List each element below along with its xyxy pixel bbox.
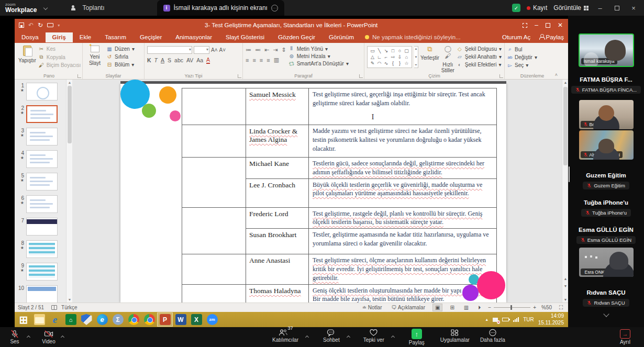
language-indicator[interactable]: Türkçe (61, 305, 77, 310)
store-taskbar-icon[interactable]: ⌂ (63, 312, 79, 327)
font-style-button-abc[interactable]: abc (174, 57, 183, 63)
shape-glyph-8[interactable]: ⌐ (383, 54, 390, 60)
normal-view-button[interactable]: ▣ (432, 304, 442, 311)
chat-chevron-icon[interactable] (347, 335, 350, 339)
participant-video[interactable]: Esra ONKUN ÖZGÜR (579, 248, 634, 277)
align-text-button[interactable]: ⊜Metni Hizala ▾ (288, 53, 349, 59)
screen-share-options-icon[interactable]: ··· (271, 5, 278, 12)
thumbnail-scrollbar[interactable]: ▲ ▼ (66, 80, 72, 303)
author-name-cell[interactable]: Linda Crocker & James Algina (246, 125, 309, 158)
react-chevron-icon[interactable] (391, 335, 395, 339)
excel-taskbar-icon[interactable]: X (188, 312, 204, 327)
powerpoint-taskbar-icon[interactable]: P (157, 312, 173, 327)
quote-cell[interactable]: Madde yazımı ve test geliştirme süreci n… (309, 125, 497, 158)
participants-button[interactable]: 37 Katılımcılar (268, 329, 303, 343)
font-name-select[interactable] (147, 46, 192, 54)
workspace-dropdown-chevron-icon[interactable] (43, 6, 48, 10)
slide-thumb-box[interactable] (26, 218, 58, 236)
shared-screen-tab[interactable]: İ İsmail karakaya adlı kişinin ekranı ··… (157, 0, 284, 16)
slide-thumb-box[interactable] (26, 150, 58, 168)
shape-glyph-11[interactable]: ⌂ (403, 54, 410, 60)
explorer-taskbar-icon[interactable] (31, 312, 47, 327)
photo-cell[interactable] (182, 284, 246, 303)
author-name-cell[interactable]: Frederic Lord (246, 207, 309, 229)
chrome-taskbar-icon[interactable] (126, 312, 141, 327)
view-button[interactable]: Görüntüle (553, 4, 589, 12)
zoom-minimize-button[interactable]: – (595, 4, 605, 12)
panel-collapse-chevron-icon[interactable] (603, 311, 609, 317)
font-style-button-av[interactable]: AV (186, 57, 193, 63)
shape-glyph-17[interactable]: ☆ (403, 60, 410, 66)
reading-view-button[interactable]: ▥ (462, 304, 471, 311)
canvas-vertical-scrollbar[interactable]: ▲ ▲ ▼ ▼ (562, 80, 568, 303)
share-button[interactable]: Paylaş (539, 34, 564, 40)
zoom-out-icon[interactable]: − (488, 305, 491, 310)
select-button[interactable]: ▻Seç ▾ (507, 62, 537, 68)
font-style-button-a[interactable]: A (206, 57, 210, 64)
drawing-dialog-launcher-icon[interactable] (499, 74, 503, 78)
paragraph-icon-bottom-3[interactable]: ≡ (267, 57, 270, 63)
slide-thumbnail-3[interactable]: 3★ (17, 128, 65, 145)
video-button[interactable]: Video (37, 330, 60, 344)
shape-glyph-5[interactable]: ▢ (403, 48, 410, 54)
ribbon-tab-4[interactable]: Tasarım (98, 32, 133, 42)
find-button[interactable]: ⌕Bul (507, 46, 537, 52)
font-style-button-t[interactable]: T (154, 57, 158, 63)
math-taskbar-icon[interactable]: Σ (110, 312, 126, 327)
shape-glyph-7[interactable]: ∟ (376, 54, 383, 60)
paragraph-icon-bottom-4[interactable]: ▥ (274, 57, 279, 63)
zoom-close-button[interactable]: × (628, 4, 639, 12)
shape-outline-button[interactable]: ▱Şekil Anahattı ▾ (457, 54, 502, 60)
grow-font-icon[interactable]: A˄ (211, 47, 218, 53)
quote-cell[interactable]: Testler, geliştirme aşamasında ne kadar … (309, 229, 497, 254)
slide-thumb-box[interactable] (26, 173, 58, 191)
slide-thumbnail-1[interactable]: 1★ (17, 83, 65, 100)
slide-thumbnail-8[interactable]: 8★ (17, 240, 65, 258)
customize-qat-icon[interactable]: ▾ (58, 23, 60, 28)
zoom-slider-thumb[interactable] (510, 305, 512, 310)
language-tray[interactable]: TUR (523, 317, 534, 322)
audio-button[interactable]: Ses (3, 330, 26, 344)
chat-button[interactable]: Sohbet (319, 329, 344, 343)
shapes-gallery-scrollbar[interactable]: ▲▼⏷ (414, 46, 418, 68)
replace-button[interactable]: abDeğiştir ▾ (507, 54, 537, 60)
share-screen-button[interactable]: ↑ Paylaş (405, 329, 429, 345)
slide-thumb-box[interactable] (26, 83, 58, 100)
shape-glyph-9[interactable]: ⇨ (390, 54, 396, 60)
paste-button[interactable]: Yapıştır (18, 44, 36, 72)
slide-thumbnail-9[interactable]: 9★ (17, 263, 65, 281)
participant-pill[interactable]: FATMA BÜŞRA FİNCA... (571, 86, 641, 94)
participant-name-label[interactable]: Rıdvan SAÇU (586, 289, 625, 296)
shape-glyph-12[interactable]: ✎ (369, 60, 376, 66)
ppt-close-button[interactable]: ✕ (558, 21, 563, 29)
shape-glyph-2[interactable]: ↘ (383, 48, 390, 54)
ribbon-tab-1[interactable]: Dosya (15, 32, 46, 42)
ribbon-tab-8[interactable]: Gözden Geçir (271, 32, 322, 42)
shape-glyph-13[interactable]: ◠ (376, 60, 383, 66)
ppt-restore-button[interactable] (546, 23, 550, 28)
author-name-cell[interactable]: Samuel Messick (246, 88, 309, 125)
shape-glyph-15[interactable]: { (390, 60, 396, 66)
slide-thumb-box[interactable] (26, 263, 58, 281)
reset-button[interactable]: ↺Sıfırla (106, 54, 135, 60)
participant-pill[interactable]: Guzem Eğitim (583, 182, 629, 189)
clipboard-dialog-launcher-icon[interactable] (77, 74, 81, 78)
shape-glyph-0[interactable]: ▭ (369, 48, 376, 54)
clock[interactable]: 14:0915.11.2025 (538, 313, 564, 326)
security-shield-icon[interactable]: ✓ (512, 4, 520, 12)
shape-fill-button[interactable]: ◇Şekil Dolgusu ▾ (457, 46, 502, 52)
zoom-slider[interactable]: − + (488, 305, 536, 310)
ribbon-tab-9[interactable]: Görünüm (322, 32, 361, 42)
copy-button[interactable]: ⧉Kopyala (38, 54, 81, 60)
layout-button[interactable]: ▦Düzen ▾ (106, 46, 135, 52)
zoom-taskbar-icon[interactable]: zm (204, 312, 220, 327)
shrink-font-icon[interactable]: A˅ (219, 47, 226, 53)
text-direction-button[interactable]: ⫴Metin Yönü ▾ (288, 46, 349, 52)
author-name-cell[interactable]: Anne Anastasi (246, 254, 309, 284)
shape-glyph-14[interactable]: ∿ (383, 60, 390, 66)
ribbon-tab-2[interactable]: Giriş (46, 32, 73, 42)
participant-name-label[interactable]: Guzem Eğitim (586, 172, 626, 178)
participants-chevron-icon[interactable] (305, 335, 309, 339)
participant-name-label[interactable]: FATMA BÜŞRA F... (580, 76, 632, 83)
paragraph-icon-top-0[interactable]: ≔ (246, 47, 251, 53)
